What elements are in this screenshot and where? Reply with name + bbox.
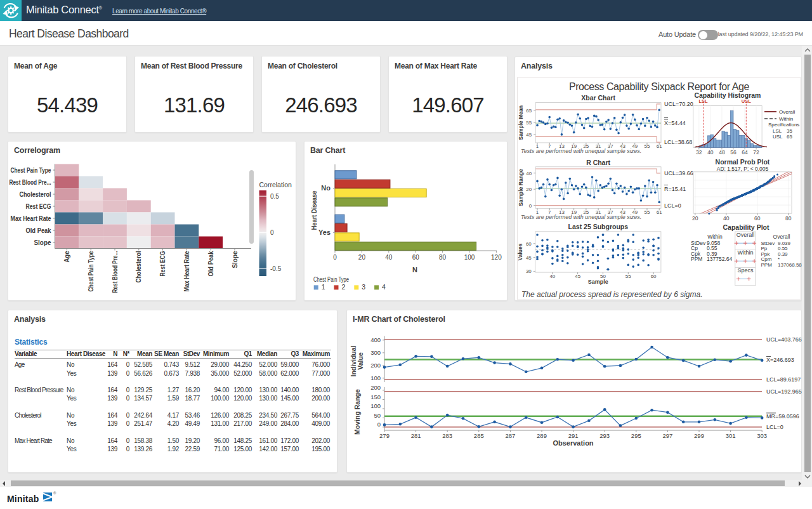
data-point[interactable] — [603, 408, 606, 411]
data-point[interactable] — [602, 234, 605, 236]
data-point[interactable] — [642, 247, 645, 249]
data-point[interactable] — [561, 254, 564, 256]
data-point[interactable] — [635, 417, 638, 420]
data-point[interactable] — [571, 184, 573, 187]
data-point[interactable] — [566, 249, 569, 252]
heatmap-cell[interactable] — [55, 201, 79, 213]
data-point[interactable] — [617, 254, 620, 256]
data-point[interactable] — [582, 253, 584, 255]
data-point[interactable] — [597, 260, 599, 263]
data-point[interactable] — [561, 248, 564, 250]
data-point[interactable] — [566, 192, 569, 195]
data-point[interactable] — [525, 416, 528, 420]
data-point[interactable] — [640, 122, 643, 125]
data-point[interactable] — [536, 258, 539, 260]
data-point[interactable] — [592, 254, 594, 256]
heatmap-cell[interactable] — [175, 237, 199, 249]
data-point[interactable] — [654, 191, 657, 194]
data-point[interactable] — [656, 184, 658, 187]
data-point[interactable] — [536, 251, 539, 253]
data-point[interactable] — [478, 425, 481, 428]
data-point[interactable] — [632, 265, 634, 268]
data-point[interactable] — [556, 358, 560, 361]
data-point[interactable] — [572, 253, 574, 255]
heatmap-cell[interactable] — [79, 213, 103, 225]
data-point[interactable] — [582, 263, 584, 265]
data-point[interactable] — [561, 188, 563, 190]
histogram-bar[interactable] — [742, 135, 745, 147]
histogram-bar[interactable] — [728, 135, 731, 147]
data-point[interactable] — [644, 125, 646, 128]
data-point[interactable] — [612, 122, 614, 124]
data-point[interactable] — [597, 236, 599, 239]
data-point[interactable] — [630, 122, 632, 125]
data-point[interactable] — [544, 123, 547, 126]
heatmap-cell[interactable] — [79, 201, 103, 213]
data-point[interactable] — [613, 117, 616, 119]
heatmap-cell[interactable] — [127, 213, 151, 225]
bar-yes-cpt2[interactable] — [335, 224, 347, 232]
data-point[interactable] — [729, 422, 732, 425]
data-point[interactable] — [383, 423, 386, 426]
data-point[interactable] — [577, 246, 579, 248]
process-capability-sixpack[interactable]: Process Capability Sixpack Report for Ag… — [515, 57, 802, 301]
data-point[interactable] — [493, 421, 496, 424]
data-point[interactable] — [652, 181, 655, 183]
heatmap-cell[interactable] — [103, 213, 127, 225]
data-point[interactable] — [542, 183, 545, 186]
data-point[interactable] — [635, 358, 638, 361]
data-point[interactable] — [587, 420, 591, 423]
heatmap-cell[interactable] — [55, 237, 79, 249]
heatmap-cell[interactable] — [55, 213, 79, 225]
data-point[interactable] — [622, 257, 625, 260]
heatmap-cell[interactable] — [55, 164, 79, 176]
data-point[interactable] — [546, 122, 549, 125]
data-point[interactable] — [622, 249, 625, 252]
data-point[interactable] — [597, 119, 599, 121]
data-point[interactable] — [650, 191, 653, 194]
data-point[interactable] — [536, 234, 539, 236]
histogram-bar[interactable] — [739, 135, 742, 147]
data-point[interactable] — [647, 264, 650, 267]
data-point[interactable] — [536, 180, 539, 183]
data-point[interactable] — [525, 371, 528, 374]
heatmap-cell[interactable] — [55, 225, 79, 237]
data-point[interactable] — [642, 260, 645, 262]
data-point[interactable] — [650, 346, 653, 349]
heatmap-cell[interactable] — [55, 188, 79, 201]
data-point[interactable] — [556, 416, 560, 419]
data-point[interactable] — [572, 425, 575, 428]
data-point[interactable] — [541, 249, 544, 252]
data-point[interactable] — [462, 417, 465, 420]
data-point[interactable] — [636, 124, 638, 127]
data-point[interactable] — [624, 187, 626, 189]
scroll-left-icon[interactable] — [1, 481, 6, 486]
data-point[interactable] — [607, 258, 610, 260]
data-point[interactable] — [612, 256, 615, 259]
histogram-bar[interactable] — [719, 140, 722, 148]
data-point[interactable] — [536, 124, 539, 127]
data-point[interactable] — [572, 241, 574, 244]
data-point[interactable] — [558, 117, 561, 120]
data-point[interactable] — [587, 354, 591, 357]
correlogram-heatmap[interactable]: Chest Pain TypeRest Blood Pre...Choleste… — [8, 142, 297, 301]
histogram-bar[interactable] — [748, 140, 751, 148]
data-point[interactable] — [544, 195, 547, 198]
data-point[interactable] — [551, 189, 553, 192]
data-point[interactable] — [587, 194, 589, 196]
heatmap-cell[interactable] — [127, 201, 151, 213]
data-point[interactable] — [593, 115, 596, 117]
heatmap-cell[interactable] — [199, 237, 223, 249]
data-point[interactable] — [622, 244, 625, 247]
data-point[interactable] — [642, 253, 645, 256]
data-point[interactable] — [666, 356, 669, 359]
data-point[interactable] — [632, 114, 634, 116]
heatmap-cell[interactable] — [175, 225, 199, 237]
data-point[interactable] — [561, 250, 564, 253]
data-point[interactable] — [634, 119, 636, 121]
horizontal-scrollbar-thumb[interactable] — [11, 480, 785, 486]
data-point[interactable] — [612, 240, 615, 242]
data-point[interactable] — [556, 240, 559, 242]
histogram-bar[interactable] — [716, 140, 719, 148]
learn-more-link[interactable]: Learn more about Minitab Connect® — [112, 8, 206, 15]
